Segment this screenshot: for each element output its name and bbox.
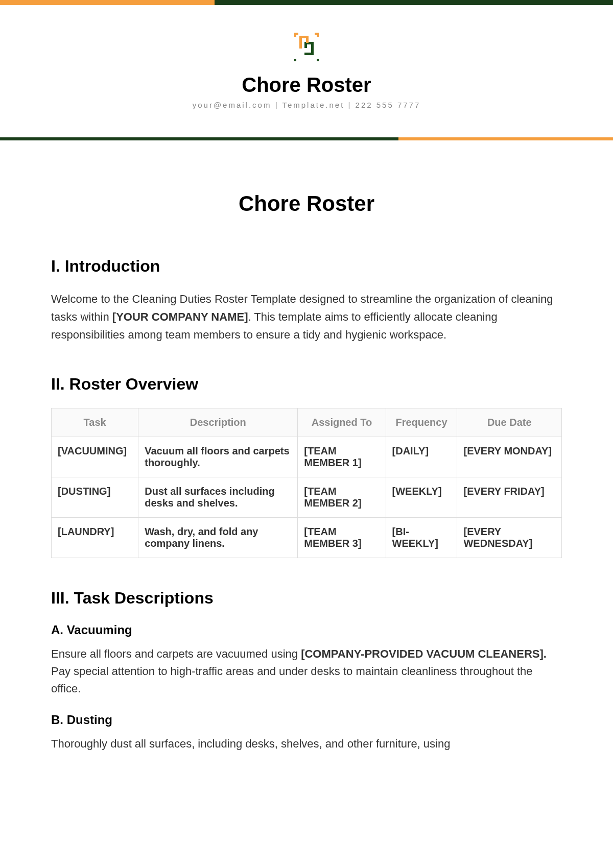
top-accent-green: [215, 0, 613, 5]
cell-task: [VACUUMING]: [52, 437, 138, 477]
cell-assigned: [TEAM MEMBER 1]: [298, 437, 386, 477]
roster-table: Task Description Assigned To Frequency D…: [51, 408, 562, 558]
cell-desc: Wash, dry, and fold any company linens.: [138, 517, 298, 558]
document-content: Chore Roster I. Introduction Welcome to …: [0, 140, 613, 783]
svg-rect-7: [306, 36, 309, 43]
cell-freq: [DAILY]: [386, 437, 457, 477]
brand-subtitle: your@email.com | Template.net | 222 555 …: [0, 101, 613, 109]
table-row: [LAUNDRY] Wash, dry, and fold any compan…: [52, 517, 562, 558]
column-task: Task: [52, 408, 138, 437]
task-text-after: Pay special attention to high-traffic ar…: [51, 665, 533, 695]
intro-text-bold: [YOUR COMPANY NAME]: [112, 310, 248, 323]
cell-due: [EVERY MONDAY]: [457, 437, 562, 477]
cell-freq: [WEEKLY]: [386, 477, 457, 517]
table-row: [VACUUMING] Vacuum all floors and carpet…: [52, 437, 562, 477]
task-text-before: Ensure all floors and carpets are vacuum…: [51, 647, 301, 660]
divider-green: [0, 137, 398, 140]
cell-due: [EVERY WEDNESDAY]: [457, 517, 562, 558]
cell-desc: Dust all surfaces including desks and sh…: [138, 477, 298, 517]
task-dusting-text: Thoroughly dust all surfaces, including …: [51, 735, 562, 753]
column-description: Description: [138, 408, 298, 437]
header: Chore Roster your@email.com | Template.n…: [0, 5, 613, 125]
cell-task: [DUSTING]: [52, 477, 138, 517]
cell-desc: Vacuum all floors and carpets thoroughly…: [138, 437, 298, 477]
column-frequency: Frequency: [386, 408, 457, 437]
logo-icon: [290, 31, 323, 63]
cell-assigned: [TEAM MEMBER 3]: [298, 517, 386, 558]
task-text-before: Thoroughly dust all surfaces, including …: [51, 737, 450, 750]
column-assigned-to: Assigned To: [298, 408, 386, 437]
top-accent-orange: [0, 0, 215, 5]
svg-rect-6: [299, 44, 302, 49]
cell-assigned: [TEAM MEMBER 2]: [298, 477, 386, 517]
section-task-descriptions-heading: III. Task Descriptions: [51, 589, 562, 608]
section-introduction-heading: I. Introduction: [51, 257, 562, 276]
table-row: [DUSTING] Dust all surfaces including de…: [52, 477, 562, 517]
svg-rect-4: [304, 53, 314, 55]
section-roster-heading: II. Roster Overview: [51, 375, 562, 394]
document-title: Chore Roster: [51, 191, 562, 216]
divider-bar: [0, 137, 613, 140]
cell-freq: [BI-WEEKLY]: [386, 517, 457, 558]
cell-task: [LAUNDRY]: [52, 517, 138, 558]
brand-title: Chore Roster: [0, 74, 613, 97]
task-vacuuming-text: Ensure all floors and carpets are vacuum…: [51, 645, 562, 697]
task-dusting-heading: B. Dusting: [51, 713, 562, 727]
task-vacuuming-heading: A. Vacuuming: [51, 623, 562, 637]
introduction-text: Welcome to the Cleaning Duties Roster Te…: [51, 290, 562, 344]
divider-orange: [398, 137, 613, 140]
task-text-bold: [COMPANY-PROVIDED VACUUM CLEANERS].: [301, 647, 547, 660]
column-due-date: Due Date: [457, 408, 562, 437]
top-accent-bar: [0, 0, 613, 5]
cell-due: [EVERY FRIDAY]: [457, 477, 562, 517]
table-header-row: Task Description Assigned To Frequency D…: [52, 408, 562, 437]
